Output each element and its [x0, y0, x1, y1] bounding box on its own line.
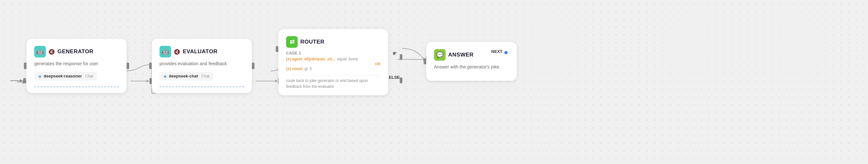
canvas: 🤖 🔇 GENERATOR generates the response for… [0, 0, 868, 164]
router-icon: ⇄ [286, 36, 298, 48]
generator-node: 🤖 🔇 GENERATOR generates the response for… [27, 39, 127, 93]
gen-to-eval-connector [130, 78, 152, 84]
or-label: OR [286, 62, 380, 66]
evaluator-model-badge: ◈ deepseek-chat Chat [159, 72, 213, 81]
evaluator-icon: 🤖 [159, 46, 171, 58]
evaluator-title: EVALUATOR [183, 48, 217, 55]
condition1-op: equal [337, 57, 346, 61]
next-port [504, 51, 507, 54]
evaluator-left-port [149, 63, 152, 69]
condition2-row: (x) count gt 5 [286, 66, 380, 71]
eval-to-router-connector [256, 78, 281, 84]
generator-model-type: Chat [85, 74, 93, 78]
router-else: ELSE route back to joke generator or end… [286, 75, 380, 90]
evaluator-model-type: Chat [201, 74, 209, 78]
next-label: NEXT [491, 49, 502, 54]
answer-description: Answer with the generator's joke. [434, 64, 509, 70]
router-case1: CASE 1 IF (x) agent_e5jzdmyoiv_ch... equ… [286, 51, 380, 71]
evaluator-description: provides evaluation and feedback [159, 61, 244, 67]
evaluator-header: 🤖 🔇 EVALUATOR [159, 46, 244, 58]
evaluator-mute-icon: 🔇 [174, 49, 180, 55]
evaluator-right-port [252, 63, 254, 69]
answer-node: 💬 ANSWER NEXT Answer with the generator'… [426, 42, 517, 81]
generator-model-icon: ◈ [38, 74, 42, 79]
evaluator-dashed-line [159, 87, 244, 87]
generator-header: 🤖 🔇 GENERATOR [34, 46, 119, 58]
generator-left-port [24, 63, 27, 69]
condition2-var: (x) count [286, 66, 303, 71]
else-description: route back to joke generator or end base… [286, 75, 380, 90]
condition2-op: gt [305, 66, 308, 71]
condition1-val: funny [348, 57, 358, 61]
router-left-port [276, 46, 278, 52]
answer-left-port [424, 59, 426, 64]
evaluator-model-icon: ◈ [163, 74, 167, 79]
condition2-val: 5 [310, 66, 312, 71]
router-header: ⇄ ROUTER [286, 36, 380, 48]
generator-right-port [127, 63, 129, 69]
answer-header: 💬 ANSWER NEXT [434, 49, 509, 61]
generator-dashed-line [34, 87, 119, 87]
condition1-var: (x) agent_e5jzdmyoiv_ch... [286, 57, 335, 61]
if-label: IF [393, 51, 397, 56]
condition1-row: (x) agent_e5jzdmyoiv_ch... equal funny [286, 57, 380, 61]
entry-arrow [10, 78, 26, 83]
generator-model-name: deepseek-reasoner [43, 74, 82, 78]
answer-icon: 💬 [434, 49, 445, 61]
generator-icon: 🤖 [34, 46, 46, 58]
router-else-port [400, 77, 402, 83]
answer-title: ANSWER [448, 52, 474, 58]
router-node: ⇄ ROUTER CASE 1 IF (x) agent_e5jzdmyoiv_… [278, 29, 388, 95]
generator-description: generates the response for user [34, 61, 119, 67]
generator-model-badge: ◈ deepseek-reasoner Chat [34, 72, 97, 81]
case1-label: CASE 1 [286, 51, 380, 56]
generator-mute-icon: 🔇 [49, 49, 55, 55]
generator-title: GENERATOR [58, 48, 94, 55]
else-label: ELSE [389, 75, 400, 80]
evaluator-node: 🤖 🔇 EVALUATOR provides evaluation and fe… [152, 39, 252, 93]
router-title: ROUTER [300, 39, 324, 45]
evaluator-model-name: deepseek-chat [169, 74, 198, 78]
